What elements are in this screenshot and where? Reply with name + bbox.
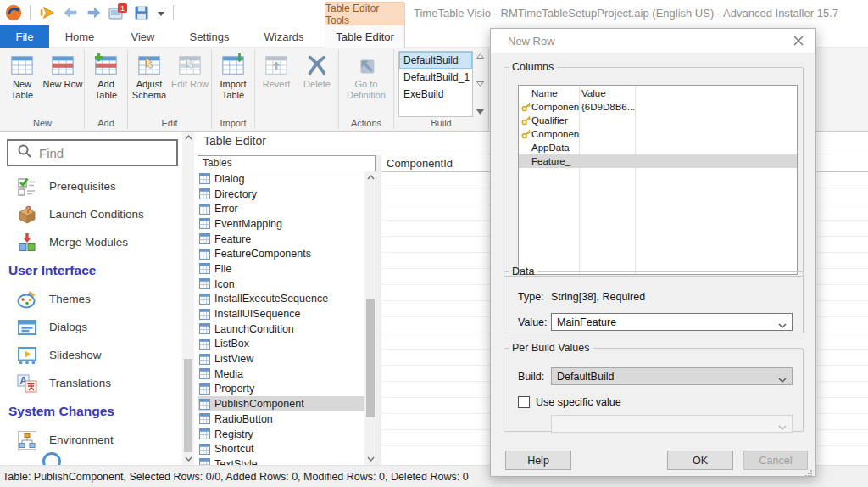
- tab-home[interactable]: Home: [49, 25, 110, 48]
- table-row-publishcomponent[interactable]: PublishComponent: [198, 396, 364, 411]
- new-table-button[interactable]: New Table: [2, 50, 42, 117]
- sidebar-item-label: Dialogs: [49, 321, 87, 333]
- table-row-media[interactable]: Media: [198, 367, 364, 382]
- scroll-down-icon[interactable]: [182, 453, 194, 465]
- table-row-error[interactable]: Error: [198, 201, 364, 216]
- ribbon-group-edit: Adjust Schema Edit RowEdit: [129, 48, 210, 131]
- table-name: Feature: [214, 233, 251, 245]
- columns-group-label: Columns: [509, 61, 557, 73]
- spin-down-icon[interactable]: [476, 81, 484, 87]
- tab-view[interactable]: View: [110, 25, 175, 48]
- table-row-registry[interactable]: Registry: [198, 427, 364, 442]
- sidebar-item-label: Slideshow: [49, 349, 102, 361]
- sidebar-item-environment[interactable]: Environment: [0, 426, 182, 454]
- build-item-defaultbuild_1[interactable]: DefaultBuild_1: [399, 69, 472, 86]
- specific-value-combobox[interactable]: [551, 415, 793, 433]
- scrollbar-thumb[interactable]: [366, 299, 375, 417]
- back-arrow-icon[interactable]: [60, 3, 81, 23]
- build-item-defaultbuild[interactable]: DefaultBuild: [399, 52, 472, 69]
- tab-table-editor[interactable]: Table Editor: [325, 25, 405, 48]
- table-row-featurecomponents[interactable]: FeatureComponents: [198, 246, 364, 261]
- columns-grid[interactable]: Name Value Componen...{6D9D8B6...Qualifi…: [518, 85, 798, 275]
- scrollbar-thumb[interactable]: [184, 359, 192, 452]
- sidebar-item-slideshow[interactable]: Slideshow: [0, 341, 182, 369]
- tab-settings[interactable]: Settings: [175, 25, 243, 48]
- find-box[interactable]: [7, 139, 178, 166]
- column-row-qualifier[interactable]: Qualifier: [519, 114, 797, 127]
- table-row-property[interactable]: Property: [198, 382, 364, 397]
- column-row-feature[interactable]: Feature_: [519, 154, 797, 168]
- button-label: Edit Row: [171, 79, 209, 90]
- sidebar-item-prerequisites[interactable]: Prerequisites: [0, 172, 182, 200]
- small-table-icon: [199, 204, 210, 215]
- build-row: Build: DefaultBuild: [518, 367, 793, 385]
- build-arrow-icon[interactable]: [36, 3, 57, 23]
- build-item-exebuild[interactable]: ExeBuild: [399, 86, 472, 103]
- table-row-listbox[interactable]: ListBox: [198, 337, 364, 352]
- window-title: TimeTable Visio - RMTimeTableSetupProjec…: [414, 0, 838, 25]
- revert-button[interactable]: Revert: [256, 50, 297, 117]
- help-button[interactable]: Help: [505, 451, 571, 470]
- capture-badge-icon[interactable]: 1: [108, 3, 128, 23]
- table-row-feature[interactable]: Feature: [198, 232, 364, 247]
- go-to-definition-button[interactable]: Go to Definition: [340, 50, 392, 117]
- save-icon[interactable]: [131, 3, 152, 23]
- table-row-icon[interactable]: Icon: [198, 277, 364, 292]
- scroll-up-icon[interactable]: [182, 132, 194, 143]
- contextual-tab-group-header[interactable]: Table Editor Tools: [325, 2, 405, 25]
- tables-scrollbar[interactable]: [364, 171, 376, 465]
- type-row: Type: String[38], Required: [518, 291, 793, 303]
- build-combobox[interactable]: DefaultBuild: [551, 367, 793, 385]
- forward-arrow-icon[interactable]: [84, 3, 104, 23]
- column-row-appdata[interactable]: AppData: [519, 141, 797, 154]
- import-table-button[interactable]: Import Table: [213, 50, 253, 117]
- sidebar-item-launch-conditions[interactable]: ?Launch Conditions: [0, 200, 182, 228]
- type-label: Type:: [518, 291, 551, 303]
- table-row-file[interactable]: File: [198, 261, 364, 277]
- scroll-down-icon[interactable]: [364, 453, 376, 465]
- sidebar-scrollbar[interactable]: [182, 132, 194, 465]
- table-row-shortcut[interactable]: Shortcut: [198, 441, 364, 456]
- button-label: Delete: [303, 79, 331, 90]
- table-row-textstyle[interactable]: TextStyle: [198, 456, 364, 465]
- table-row-dialog[interactable]: Dialog: [198, 171, 364, 187]
- tab-file[interactable]: File: [0, 25, 49, 48]
- table-row-radiobutton[interactable]: RadioButton: [198, 411, 364, 427]
- table-row-directory[interactable]: Directory: [198, 187, 364, 202]
- app-logo-icon[interactable]: [3, 3, 24, 23]
- column-row-componen[interactable]: Componen...{6D9D8B6...: [519, 100, 797, 114]
- ribbon-group-actions: Go to DefinitionActions: [340, 48, 392, 131]
- dropdown-caret-icon[interactable]: [155, 8, 167, 18]
- column-row-component[interactable]: Component_: [519, 127, 797, 141]
- edit-row-button[interactable]: Edit Row: [170, 50, 210, 117]
- table-row-eventmapping[interactable]: EventMapping: [198, 216, 364, 232]
- use-specific-value-checkbox[interactable]: [518, 396, 530, 408]
- ribbon-separator: [211, 49, 212, 129]
- table-row-launchcondition[interactable]: LaunchCondition: [198, 322, 364, 337]
- tab-wizards[interactable]: Wizards: [243, 25, 325, 48]
- spin-up-icon[interactable]: [476, 53, 484, 59]
- spin-more-icon[interactable]: [476, 109, 484, 115]
- value-combobox[interactable]: MainFeature: [551, 313, 793, 331]
- cancel-button[interactable]: Cancel: [743, 451, 808, 470]
- sidebar-item-themes[interactable]: Themes: [0, 285, 182, 313]
- sidebar-item-translations[interactable]: ATranslations: [0, 369, 182, 397]
- delete-button[interactable]: Delete: [297, 50, 337, 117]
- close-icon[interactable]: [787, 32, 810, 49]
- table-row-installuisequence[interactable]: InstallUISequence: [198, 306, 364, 322]
- add-table-button[interactable]: Add Table: [86, 50, 126, 117]
- ok-button[interactable]: OK: [667, 451, 733, 470]
- table-row-listview[interactable]: ListView: [198, 351, 364, 367]
- adjust-schema-button[interactable]: Adjust Schema: [129, 50, 170, 117]
- sidebar-item-dialogs[interactable]: Dialogs: [0, 313, 182, 341]
- column-value: {6D9D8B6...: [581, 102, 635, 112]
- find-input[interactable]: [39, 146, 158, 160]
- sidebar-item-merge-modules[interactable]: Merge Modules: [0, 228, 182, 256]
- ribbon-group-misc: RevertDelete: [256, 48, 337, 131]
- group-label: Edit: [129, 117, 210, 131]
- table-row-installexecutesequence[interactable]: InstallExecuteSequence: [198, 292, 364, 307]
- new-row-button[interactable]: New Row: [42, 50, 83, 117]
- resize-grip-icon[interactable]: [804, 466, 813, 474]
- scroll-up-icon[interactable]: [364, 171, 376, 183]
- build-listbox[interactable]: DefaultBuildDefaultBuild_1ExeBuild: [398, 51, 473, 117]
